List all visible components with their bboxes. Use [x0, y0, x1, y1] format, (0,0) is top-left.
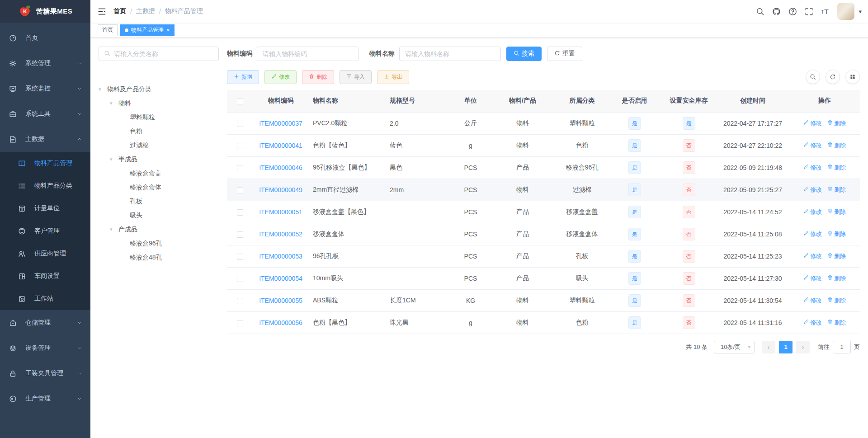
page-size-select[interactable]: 10条/页 ▾ [714, 341, 755, 353]
sidebar-item[interactable]: 仓储管理 [0, 310, 90, 335]
select-all-checkbox[interactable] [237, 98, 243, 104]
row-delete-link[interactable]: 删除 [827, 252, 846, 260]
row-edit-link[interactable]: 修改 [803, 319, 822, 327]
tree-node[interactable]: ▾产成品 [99, 222, 219, 236]
row-checkbox[interactable] [237, 231, 243, 238]
row-delete-link[interactable]: 删除 [827, 319, 846, 327]
item-code-link[interactable]: ITEM00000049 [259, 186, 302, 193]
code-field[interactable] [257, 47, 359, 61]
sidebar-item[interactable]: 客户管理 [0, 220, 90, 242]
item-code-link[interactable]: ITEM00000052 [259, 231, 302, 238]
tree-expand-icon[interactable]: ▾ [110, 100, 118, 106]
row-delete-link[interactable]: 删除 [827, 186, 846, 194]
tree-search-input[interactable] [114, 50, 213, 57]
row-edit-link[interactable]: 修改 [803, 297, 822, 305]
github-icon[interactable] [772, 7, 781, 16]
row-edit-link[interactable]: 修改 [803, 164, 822, 172]
tag-item[interactable]: 首页 [98, 24, 118, 36]
tree-expand-icon[interactable]: ▾ [110, 156, 118, 162]
sidebar-item[interactable]: 主数据 [0, 127, 90, 152]
row-delete-link[interactable]: 删除 [827, 119, 846, 127]
tag-close-icon[interactable]: × [166, 27, 170, 33]
sidebar-item[interactable]: 计量单位 [0, 197, 90, 220]
row-edit-link[interactable]: 修改 [803, 119, 822, 127]
avatar[interactable] [837, 3, 854, 20]
sidebar-item[interactable]: 系统监控 [0, 76, 90, 101]
edit-button[interactable]: 修改 [264, 70, 297, 84]
row-edit-link[interactable]: 修改 [803, 186, 822, 194]
row-checkbox[interactable] [237, 276, 243, 282]
item-code-link[interactable]: ITEM00000051 [259, 208, 302, 216]
tree-node[interactable]: ▾孔板 [99, 194, 219, 208]
tree-node[interactable]: ▾移液盒48孔 [99, 250, 219, 264]
sidebar-item[interactable]: 设备管理 [0, 335, 90, 361]
row-delete-link[interactable]: 删除 [827, 208, 846, 216]
row-checkbox[interactable] [237, 187, 243, 193]
sidebar-fold-icon[interactable] [98, 7, 106, 16]
item-code-link[interactable]: ITEM00000054 [259, 275, 302, 282]
tree-node[interactable]: ▾色粉 [99, 124, 219, 138]
row-checkbox[interactable] [237, 209, 243, 216]
search-button[interactable]: 搜索 [506, 47, 542, 61]
prev-page-button[interactable]: ‹ [762, 341, 775, 353]
row-delete-link[interactable]: 删除 [827, 164, 846, 172]
add-button[interactable]: 新增 [227, 70, 259, 84]
search-icon[interactable] [756, 7, 764, 16]
next-page-button[interactable]: › [796, 341, 810, 353]
tree-node[interactable]: ▾物料及产品分类 [99, 82, 219, 96]
sidebar-item[interactable]: 车间设置 [0, 265, 90, 287]
column-settings-button[interactable] [845, 70, 860, 84]
tree-node[interactable]: ▾过滤棉 [99, 138, 219, 152]
tree-node[interactable]: ▾半成品 [99, 152, 219, 166]
row-checkbox[interactable] [237, 121, 243, 127]
sidebar-item[interactable]: 系统管理 [0, 51, 90, 76]
fullscreen-icon[interactable] [805, 7, 813, 16]
row-edit-link[interactable]: 修改 [803, 230, 822, 238]
row-edit-link[interactable]: 修改 [803, 252, 822, 260]
font-size-icon[interactable]: TT [821, 7, 830, 16]
item-code-link[interactable]: ITEM00000053 [259, 253, 302, 260]
row-checkbox[interactable] [237, 165, 243, 171]
row-checkbox[interactable] [237, 254, 243, 260]
name-field[interactable] [399, 47, 501, 61]
sidebar-item[interactable]: 首页 [0, 25, 90, 51]
tree-node[interactable]: ▾塑料颗粒 [99, 110, 219, 124]
refresh-table-button[interactable] [826, 70, 840, 84]
page-number-button[interactable]: 1 [779, 341, 793, 353]
tree-node[interactable]: ▾移液盒96孔 [99, 236, 219, 250]
row-delete-link[interactable]: 删除 [827, 274, 846, 283]
tag-active[interactable]: 物料产品管理× [120, 24, 175, 36]
item-code-link[interactable]: ITEM00000041 [259, 142, 302, 149]
item-code-link[interactable]: ITEM00000055 [259, 297, 302, 304]
row-checkbox[interactable] [237, 320, 243, 326]
row-checkbox[interactable] [237, 298, 243, 304]
sidebar-item[interactable]: 工装夹具管理 [0, 361, 90, 386]
row-delete-link[interactable]: 删除 [827, 230, 846, 238]
help-icon[interactable] [788, 7, 797, 16]
reset-button[interactable]: 重置 [547, 47, 582, 61]
tree-node[interactable]: ▾移液盒盒盖 [99, 166, 219, 180]
tree-expand-icon[interactable]: ▾ [99, 86, 107, 92]
toggle-search-button[interactable] [806, 70, 820, 84]
app-logo[interactable]: K 苦糖果MES [0, 0, 90, 23]
row-checkbox[interactable] [237, 143, 243, 149]
breadcrumb-item[interactable]: 首页 [113, 7, 126, 15]
tree-node[interactable]: ▾吸头 [99, 208, 219, 222]
item-code-link[interactable]: ITEM00000056 [259, 319, 302, 326]
delete-button[interactable]: 删除 [302, 70, 334, 84]
row-edit-link[interactable]: 修改 [803, 274, 822, 283]
sidebar-item[interactable]: 工作站 [0, 287, 90, 310]
goto-page-input[interactable] [833, 341, 851, 353]
row-edit-link[interactable]: 修改 [803, 208, 822, 216]
avatar-caret-down-icon[interactable]: ▾ [859, 8, 862, 15]
sidebar-item[interactable]: 系统工具 [0, 101, 90, 127]
item-code-link[interactable]: ITEM00000037 [259, 120, 302, 127]
row-delete-link[interactable]: 删除 [827, 141, 846, 150]
sidebar-item[interactable]: 物料产品分类 [0, 174, 90, 197]
sidebar-item[interactable]: 供应商管理 [0, 242, 90, 265]
tree-node[interactable]: ▾移液盒盒体 [99, 180, 219, 194]
sidebar-item[interactable]: 物料产品管理 [0, 152, 90, 174]
sidebar-item[interactable]: 生产管理 [0, 386, 90, 411]
import-button[interactable]: 导入 [340, 70, 372, 84]
row-delete-link[interactable]: 删除 [827, 297, 846, 305]
